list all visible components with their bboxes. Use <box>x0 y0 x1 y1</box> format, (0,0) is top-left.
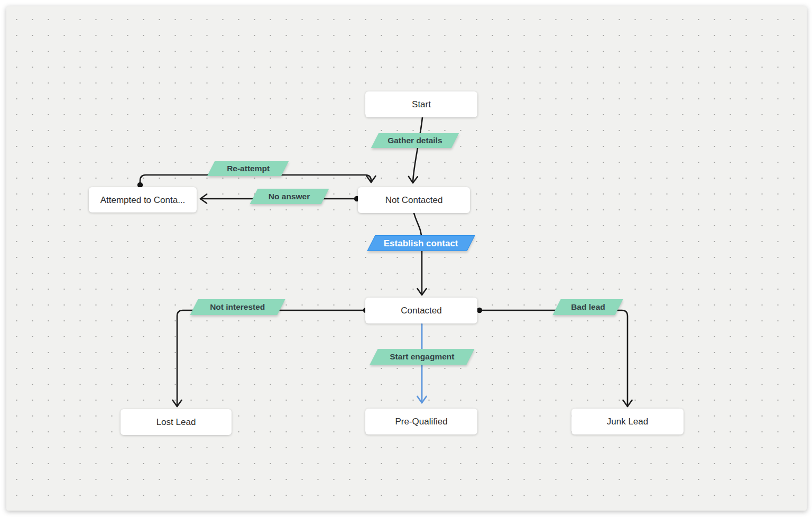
transition-label-text: Gather details <box>387 136 442 145</box>
transition-label-re-attempt[interactable]: Re-attempt <box>207 161 289 176</box>
edge-bad-lead[interactable] <box>479 310 628 406</box>
transition-label-text: Start engagment <box>390 353 454 361</box>
transition-label-text: No answer <box>269 192 310 201</box>
node-label: Contacted <box>401 306 442 315</box>
edge-not-interested[interactable] <box>177 310 366 406</box>
transition-label-start-engagment[interactable]: Start engagment <box>370 349 474 365</box>
transition-label-text: Establish contact <box>384 239 458 248</box>
transition-label-gather-details[interactable]: Gather details <box>371 133 459 148</box>
transition-label-text: Re-attempt <box>227 164 270 173</box>
node-lost-lead[interactable]: Lost Lead <box>121 409 232 435</box>
node-label: Not Contacted <box>385 196 443 205</box>
transition-label-establish-contact[interactable]: Establish contact <box>367 235 475 251</box>
transition-label-text: Bad lead <box>571 303 605 311</box>
transition-label-text: Not interested <box>210 303 265 311</box>
edge-re-attempt[interactable] <box>140 175 371 185</box>
node-label: Pre-Qualified <box>395 417 447 426</box>
node-junk-lead[interactable]: Junk Lead <box>571 409 684 434</box>
node-not-contacted[interactable]: Not Contacted <box>358 187 470 213</box>
transition-label-bad-lead[interactable]: Bad lead <box>552 299 623 315</box>
node-label: Lost Lead <box>156 418 196 427</box>
node-pre-qualified[interactable]: Pre-Qualified <box>365 409 477 434</box>
blueprint-canvas[interactable]: Gather details Re-attempt No answer Esta… <box>6 6 807 511</box>
node-contacted[interactable]: Contacted <box>365 298 477 323</box>
transition-label-not-interested[interactable]: Not interested <box>190 299 285 315</box>
node-label: Junk Lead <box>607 417 648 426</box>
node-label: Attempted to Conta... <box>100 196 186 205</box>
edge-establish-contact[interactable] <box>414 213 422 295</box>
node-label: Start <box>412 100 431 109</box>
node-start[interactable]: Start <box>365 91 477 117</box>
transition-label-no-answer[interactable]: No answer <box>250 189 329 204</box>
node-attempted-to-contact[interactable]: Attempted to Conta... <box>89 187 197 212</box>
edge-start-to-not-contacted[interactable] <box>413 117 422 183</box>
